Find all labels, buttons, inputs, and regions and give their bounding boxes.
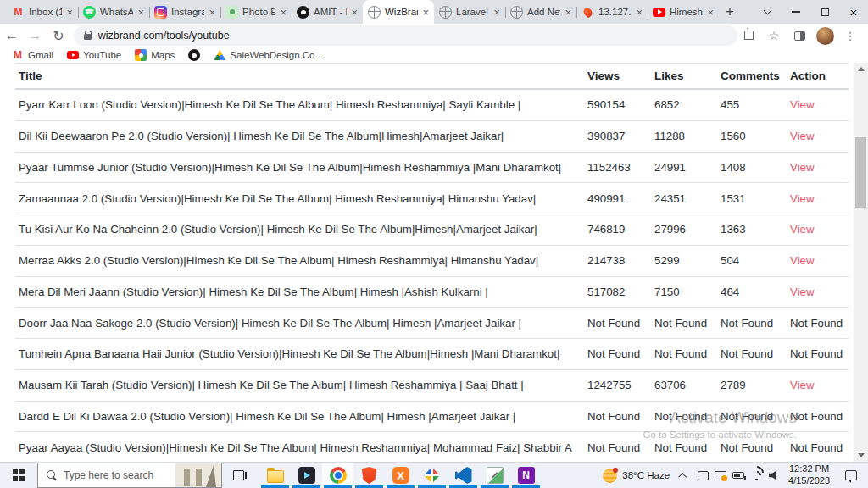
bookmark-item[interactable]: Maps [135,49,175,61]
taskbar-app-editor[interactable] [479,463,510,488]
wifi-icon[interactable] [750,470,763,480]
github-icon [297,6,309,19]
tab-close-icon[interactable]: × [280,7,287,18]
tab-close-icon[interactable]: × [636,7,643,18]
close-icon[interactable]: × [839,0,868,24]
bookmark-item[interactable]: YouTube [67,50,121,60]
back-icon[interactable]: ← [0,28,24,43]
tab-close-icon[interactable]: × [493,7,500,18]
system-tray: 38°C Haze 12:32 PM 4/15/2023 [603,463,868,488]
page-content: Title Views Likes Comments Action Pyarr … [0,63,868,462]
bookmark-item[interactable]: Gmail [12,49,53,61]
view-link[interactable]: View [790,161,815,174]
browser-tab[interactable]: Add Nev × [505,0,576,24]
bookmark-item[interactable] [188,49,200,61]
reload-icon[interactable]: ↻ [47,28,70,44]
browser-tab[interactable]: Himesh × [648,0,719,24]
browser-menu-icon[interactable]: ⋮ [839,25,861,47]
display-icon[interactable] [715,471,726,480]
pinwheel-icon [424,468,440,484]
browser-tab[interactable]: WhatsAp × [78,0,149,24]
tab-title: Photo Ed [242,7,275,17]
cell-comments: Not Found [721,441,790,454]
maximize-icon[interactable] [810,0,839,24]
tab-close-icon[interactable]: × [66,7,73,18]
weather-widget[interactable]: 38°C Haze [603,469,670,483]
taskbar-app-vscode[interactable] [448,463,479,488]
table-row: Tu Kisi Aur Ko Na Chaheinn 2.0 (Studio V… [15,214,849,246]
view-link[interactable]: View [790,254,815,267]
new-tab-button[interactable]: + [719,0,741,24]
tab-title: Add Nev [527,7,560,17]
taskbar-app-chrome[interactable] [322,463,353,488]
view-link[interactable]: View [790,98,815,111]
cell-likes: 6852 [654,98,721,111]
vscode-icon [455,467,472,484]
tab-close-icon[interactable]: × [137,7,144,18]
side-panel-icon[interactable] [788,25,810,47]
browser-tab[interactable]: 13.127.1 × [576,0,648,24]
battery-icon[interactable] [732,472,744,479]
view-link[interactable]: View [790,223,815,236]
taskbar-app-file-explorer[interactable] [259,463,291,488]
browser-tab[interactable]: Laravel × [434,0,505,24]
bookmarks-bar: Gmail YouTube Maps SaleWebDesign.Co... [0,47,868,63]
tab-close-icon[interactable]: × [351,7,358,18]
tab-close-icon[interactable]: × [565,7,571,18]
taskbar-app-xampp[interactable] [385,463,416,488]
volume-icon[interactable] [769,470,781,480]
taskbar-app-media-app[interactable] [291,463,322,488]
browser-tab[interactable]: WizBran × [363,0,434,24]
tab-close-icon[interactable]: × [707,7,714,18]
cell-views: 390837 [587,130,654,142]
taskbar-apps [259,463,542,488]
share-icon[interactable] [737,25,760,47]
forward-icon[interactable]: → [24,28,47,43]
address-bar[interactable]: wizbrand.com/tools/youtube [74,25,737,46]
profile-avatar[interactable] [814,25,836,47]
instagram-icon [154,6,167,19]
taskbar-clock[interactable]: 12:32 PM 4/15/2023 [788,463,830,487]
browser-tab[interactable]: AMIT - L × [292,0,363,24]
scrollbar-thumb[interactable] [855,137,866,208]
search-highlight-image[interactable] [175,463,221,488]
tab-close-icon[interactable]: × [422,7,429,18]
taskbar-search[interactable]: Type here to search [37,463,222,488]
cell-comments: 1560 [721,130,790,142]
tab-close-icon[interactable]: × [209,7,215,18]
scroll-down-icon[interactable] [854,449,868,462]
taskbar-app-onenote[interactable] [510,463,542,488]
cell-title: Dil Kii Deewaaron Pe 2.0 (Studio Version… [15,130,587,142]
cell-title: Pyarr Karr Loon (Studio Version)|Himesh … [15,98,587,111]
cell-action: Not Found [790,347,843,360]
cell-action: Not Found [790,317,843,330]
browser-tab[interactable]: Inbox (1 × [7,0,78,24]
taskbar: Type here to search 38°C Haze 12:32 PM [0,462,868,488]
page-scrollbar[interactable] [854,63,868,462]
view-link[interactable]: View [790,192,815,205]
view-link[interactable]: View [790,379,815,391]
minimize-icon[interactable] [782,0,810,24]
browser-tab[interactable]: Photo Ed × [220,0,292,24]
tab-title: Inbox (1 [29,7,62,17]
taskbar-app-brave[interactable] [353,463,385,488]
lock-icon[interactable] [84,34,92,40]
start-button[interactable] [0,463,37,488]
bookmark-star-icon[interactable]: ☆ [763,25,785,47]
table-row: Pyaar Aayaa (Studio Version)|Himesh Ke D… [15,432,849,462]
task-view-button[interactable] [222,463,254,488]
browser-tab[interactable]: Instagra × [149,0,220,24]
globe-icon [368,6,381,19]
cell-comments: Not Found [721,347,790,360]
youtube-icon [653,8,665,17]
tablet-icon[interactable] [698,471,709,480]
tray-expand-icon[interactable] [677,469,690,482]
browser-menu-chevron-icon[interactable] [753,0,782,24]
view-link[interactable]: View [790,286,815,298]
action-center-button[interactable] [837,470,863,480]
bookmark-item[interactable]: SaleWebDesign.Co... [214,50,323,60]
taskbar-app-pinwheel[interactable] [416,463,448,488]
view-link[interactable]: View [790,130,815,142]
cell-likes: 24351 [654,192,721,205]
scroll-up-icon[interactable] [854,63,868,75]
